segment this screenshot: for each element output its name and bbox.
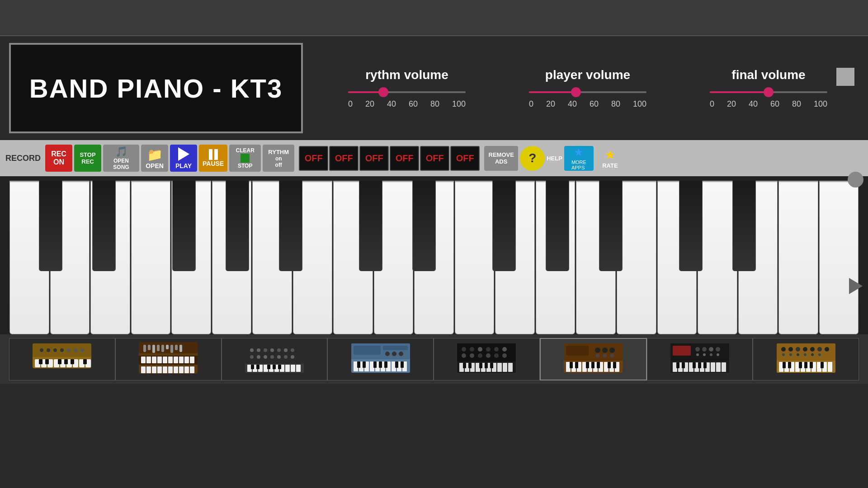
open-song-button[interactable]: 🎵 OPENSONG <box>103 145 139 172</box>
korg-ms20-svg <box>455 341 518 377</box>
svg-point-92 <box>392 352 396 356</box>
svg-rect-188 <box>682 362 685 368</box>
svg-point-71 <box>291 355 294 359</box>
piano-key-gs1[interactable] <box>226 181 249 271</box>
svg-point-93 <box>399 352 403 356</box>
piano-key-gs2[interactable] <box>546 181 569 271</box>
ads-label: ADS <box>495 158 507 165</box>
clear-stop-button[interactable]: CLEAR STOP <box>229 145 261 172</box>
piano-key-ds2[interactable] <box>412 181 436 271</box>
piano-key-ds3[interactable] <box>732 181 756 271</box>
rythm-label: RYTHM <box>268 149 289 155</box>
svg-rect-41 <box>163 366 167 373</box>
svg-rect-38 <box>146 366 151 373</box>
piano-key-as2[interactable] <box>599 181 623 271</box>
final-slider-thumb[interactable] <box>764 87 774 97</box>
remove-ads-button[interactable]: REMOVE ADS <box>484 146 518 171</box>
off-buttons-group: OFF OFF OFF OFF OFF OFF <box>299 146 480 171</box>
instrument-oberheim[interactable] <box>540 338 647 380</box>
rythm-slider-thumb[interactable] <box>378 87 388 97</box>
rythm-on-label: on <box>275 155 282 162</box>
piano-key-a3[interactable] <box>778 181 818 334</box>
svg-rect-31 <box>163 357 167 363</box>
svg-point-122 <box>486 353 491 358</box>
off-button-5[interactable]: OFF <box>420 146 449 171</box>
instrument-prophet5[interactable] <box>753 338 859 380</box>
window-close-button[interactable] <box>836 68 854 86</box>
svg-point-121 <box>478 353 482 358</box>
svg-rect-139 <box>490 363 493 368</box>
svg-point-65 <box>250 355 254 359</box>
svg-rect-42 <box>168 366 173 373</box>
off-button-3[interactable]: OFF <box>359 146 389 171</box>
svg-rect-168 <box>673 346 691 356</box>
svg-point-196 <box>796 347 800 352</box>
player-volume-slider[interactable] <box>529 91 646 93</box>
svg-point-173 <box>696 353 699 356</box>
svg-point-175 <box>710 353 712 356</box>
off-button-6[interactable]: OFF <box>450 146 480 171</box>
svg-rect-44 <box>179 366 184 373</box>
instrument-roland-juno[interactable] <box>327 338 434 380</box>
piano-key-cs3[interactable] <box>679 181 703 271</box>
piano-key-ds1[interactable] <box>92 181 116 271</box>
help-button[interactable]: ? <box>520 146 545 171</box>
instrument-minimoog[interactable] <box>9 338 115 380</box>
svg-rect-29 <box>152 357 156 363</box>
rythm-off-label: off <box>275 162 282 168</box>
piano-key-cs1[interactable] <box>39 181 62 271</box>
svg-point-148 <box>610 354 614 357</box>
svg-rect-105 <box>363 361 366 368</box>
piano-key-f3[interactable] <box>698 181 737 334</box>
svg-rect-134 <box>508 363 513 372</box>
off-button-1[interactable]: OFF <box>299 146 328 171</box>
piano-key-d3[interactable] <box>617 181 656 334</box>
play-button[interactable]: PLAY <box>170 145 197 172</box>
app-title: BAND PIANO - KT3 <box>29 73 283 103</box>
svg-point-5 <box>60 348 64 352</box>
svg-point-197 <box>803 347 807 352</box>
stop-rec-button[interactable]: STOPREC <box>74 145 101 172</box>
piano-key-fs1[interactable] <box>172 181 196 271</box>
svg-rect-189 <box>693 362 696 368</box>
svg-rect-53 <box>170 345 173 353</box>
piano-key-as1[interactable] <box>279 181 302 271</box>
instrument-arp-odyssey[interactable] <box>647 338 753 380</box>
more-apps-button[interactable]: ★ MOREAPPS <box>564 146 594 171</box>
rate-button[interactable]: ★ RATE <box>595 146 625 171</box>
instrument-moog-modular[interactable] <box>222 338 328 380</box>
svg-rect-43 <box>174 366 178 373</box>
svg-rect-221 <box>810 362 813 368</box>
svg-rect-49 <box>152 345 155 353</box>
rythm-button[interactable]: RYTHM on off <box>263 145 294 172</box>
help-icon: ? <box>528 151 536 165</box>
volume-sections: rythm volume 0 20 40 60 80 100 player vo… <box>316 68 859 109</box>
piano-key-f1[interactable] <box>131 181 171 334</box>
right-arrow-button[interactable] <box>849 278 863 294</box>
piano-area <box>0 176 868 384</box>
svg-rect-85 <box>273 365 276 369</box>
svg-rect-27 <box>141 357 146 363</box>
rythm-volume-slider[interactable] <box>348 91 466 93</box>
svg-rect-81 <box>296 365 301 372</box>
pause-button[interactable]: PAUSE <box>199 145 227 172</box>
svg-rect-164 <box>608 362 611 368</box>
svg-point-171 <box>709 347 713 352</box>
instrument-hammond[interactable] <box>115 338 222 380</box>
scroll-knob[interactable] <box>848 172 863 188</box>
svg-point-2 <box>40 348 43 352</box>
piano-key-cs2[interactable] <box>359 181 382 271</box>
svg-point-115 <box>478 347 482 352</box>
off-button-4[interactable]: OFF <box>390 146 419 171</box>
svg-rect-84 <box>267 365 270 369</box>
instrument-korg-ms20[interactable] <box>434 338 540 380</box>
svg-point-6 <box>67 348 71 352</box>
open-button[interactable]: 📁 OPEN <box>141 145 168 172</box>
rec-on-label: RECON <box>51 150 66 166</box>
piano-key-g2[interactable] <box>455 181 495 334</box>
off-button-2[interactable]: OFF <box>329 146 359 171</box>
final-volume-slider[interactable] <box>710 91 827 93</box>
player-slider-thumb[interactable] <box>571 87 581 97</box>
rec-on-button[interactable]: RECON <box>45 145 72 172</box>
piano-key-fs2[interactable] <box>492 181 516 271</box>
